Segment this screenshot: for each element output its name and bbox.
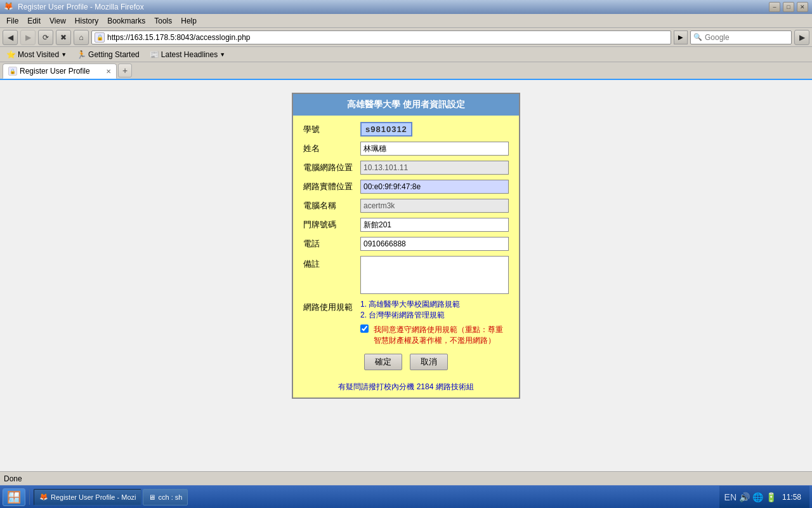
- agree-text: 我同意遵守網路使用規範（重點：尊重智慧財產權及著作權，不濫用網路）: [374, 324, 509, 346]
- home-button[interactable]: ⌂: [74, 30, 89, 45]
- restore-button[interactable]: □: [783, 2, 794, 12]
- taskbar-terminal-btn[interactable]: 🖥 cch : sh: [143, 489, 188, 505]
- name-input[interactable]: [360, 142, 509, 156]
- student-id-value: s9810312: [360, 122, 412, 137]
- page-area: 高雄醫學大學 使用者資訊設定 學號 s9810312 姓名 電腦網路位置: [0, 80, 812, 471]
- taskbar-firefox-label: Register User Profile - Mozi: [51, 493, 136, 501]
- taskbar-firefox-icon: 🦊: [39, 493, 48, 501]
- network-rules-row: 網路使用規範 1. 高雄醫學大學校園網路規範 2. 台灣學術網路管理規範 我同意…: [303, 299, 509, 346]
- star-icon: ⭐: [6, 50, 16, 59]
- phone-label: 電話: [303, 238, 360, 250]
- most-visited-bookmark[interactable]: ⭐ Most Visited ▼: [4, 49, 69, 60]
- menu-file[interactable]: File: [3, 15, 22, 27]
- latest-headlines-chevron: ▼: [219, 51, 225, 58]
- form-buttons: 確定 取消: [303, 354, 509, 370]
- go-button[interactable]: ▶: [674, 30, 688, 44]
- tab-close-button[interactable]: ✕: [106, 68, 111, 75]
- name-label: 姓名: [303, 143, 360, 154]
- form-footer: 有疑問請撥打校內分機 2184 網路技術組: [293, 382, 519, 398]
- tab-register-user-profile[interactable]: 🔒 Register User Profile ✕: [3, 64, 117, 79]
- rss-icon: 📰: [150, 50, 159, 59]
- tab-favicon: 🔒: [8, 67, 17, 76]
- battery-icon[interactable]: 🔋: [766, 492, 776, 502]
- rule2-link[interactable]: 2. 台灣學術網路管理規範: [360, 311, 445, 319]
- search-input[interactable]: [705, 33, 800, 42]
- window-title: Register User Profile - Mozilla Firefox: [18, 3, 144, 11]
- getting-started-label: Getting Started: [88, 50, 140, 59]
- taskbar-firefox-btn[interactable]: 🦊 Register User Profile - Mozi: [34, 489, 141, 505]
- menu-help[interactable]: Help: [177, 15, 200, 27]
- status-text: Done: [4, 474, 808, 483]
- mac-row: 網路實體位置: [303, 180, 509, 194]
- ip-label: 電腦網路位置: [303, 162, 360, 173]
- clock: 11:58: [779, 493, 804, 502]
- minimize-button[interactable]: –: [769, 2, 780, 12]
- firefox-icon: 🦊: [4, 2, 14, 12]
- mac-input[interactable]: [360, 180, 509, 194]
- new-tab-button[interactable]: +: [118, 64, 132, 77]
- nav-bar: ◀ ▶ ⟳ ✖ ⌂ 🔒 https://163.15.178.5:8043/ac…: [0, 28, 812, 47]
- agree-checkbox[interactable]: [360, 324, 369, 333]
- forward-button[interactable]: ▶: [20, 30, 36, 45]
- footer-link[interactable]: 有疑問請撥打校內分機 2184 網路技術組: [338, 382, 473, 391]
- name-row: 姓名: [303, 142, 509, 156]
- network-rules-label: 網路使用規範: [303, 299, 360, 313]
- latest-headlines-bookmark[interactable]: 📰 Latest Headlines ▼: [147, 49, 228, 60]
- stop-button[interactable]: ✖: [56, 30, 71, 45]
- student-id-label: 學號: [303, 124, 360, 135]
- address-bar[interactable]: 🔒 https://163.15.178.5:8043/accesslogin.…: [91, 30, 671, 44]
- language-icon[interactable]: EN: [724, 492, 737, 502]
- rule1-link[interactable]: 1. 高雄醫學大學校園網路規範: [360, 300, 460, 309]
- network-rules-content: 1. 高雄醫學大學校園網路規範 2. 台灣學術網路管理規範 我同意遵守網路使用規…: [360, 299, 509, 346]
- most-visited-label: Most Visited: [18, 50, 59, 59]
- form-header: 高雄醫學大學 使用者資訊設定: [293, 94, 519, 116]
- menu-edit[interactable]: Edit: [23, 15, 44, 27]
- page-favicon: 🔒: [95, 32, 105, 43]
- menu-bar: File Edit View History Bookmarks Tools H…: [0, 14, 812, 28]
- ip-row: 電腦網路位置: [303, 161, 509, 175]
- taskbar-terminal-icon: 🖥: [148, 493, 155, 501]
- start-button[interactable]: 🪟: [3, 488, 25, 506]
- close-button[interactable]: ✕: [797, 2, 808, 12]
- search-bar: 🔍: [690, 30, 792, 44]
- latest-headlines-label: Latest Headlines: [161, 50, 218, 59]
- taskbar-terminal-label: cch : sh: [158, 493, 182, 501]
- confirm-button[interactable]: 確定: [364, 354, 402, 370]
- room-input[interactable]: [360, 218, 509, 232]
- mac-label: 網路實體位置: [303, 181, 360, 192]
- room-row: 門牌號碼: [303, 218, 509, 232]
- getting-started-icon: 🏃: [77, 50, 86, 59]
- status-bar: Done: [0, 471, 812, 485]
- menu-bookmarks[interactable]: Bookmarks: [103, 15, 149, 27]
- computer-name-row: 電腦名稱: [303, 199, 509, 213]
- room-label: 門牌號碼: [303, 219, 360, 231]
- menu-tools[interactable]: Tools: [150, 15, 176, 27]
- agree-section: 我同意遵守網路使用規範（重點：尊重智慧財產權及著作權，不濫用網路）: [360, 324, 509, 346]
- form-body: 學號 s9810312 姓名 電腦網路位置 網路實體位置: [293, 116, 519, 382]
- title-bar: 🦊 Register User Profile - Mozilla Firefo…: [0, 0, 812, 14]
- most-visited-chevron: ▼: [61, 51, 67, 58]
- taskbar-separator: [29, 490, 30, 505]
- notes-row: 備註: [303, 256, 509, 294]
- getting-started-bookmark[interactable]: 🏃 Getting Started: [74, 49, 142, 60]
- computer-name-input: [360, 199, 509, 213]
- notes-textarea[interactable]: [360, 256, 509, 294]
- volume-icon[interactable]: 🔊: [739, 492, 750, 502]
- phone-input[interactable]: [360, 237, 509, 251]
- menu-view[interactable]: View: [46, 15, 70, 27]
- back-button[interactable]: ◀: [3, 30, 18, 45]
- notes-label: 備註: [303, 256, 360, 270]
- reload-button[interactable]: ⟳: [38, 30, 53, 45]
- student-id-row: 學號 s9810312: [303, 122, 509, 137]
- cancel-button[interactable]: 取消: [410, 354, 448, 370]
- phone-row: 電話: [303, 237, 509, 251]
- network-icon[interactable]: 🌐: [752, 492, 763, 502]
- start-icon: 🪟: [7, 490, 21, 504]
- taskbar-right: EN 🔊 🌐 🔋 11:58: [719, 486, 809, 508]
- menu-history[interactable]: History: [71, 15, 102, 27]
- search-button[interactable]: ▶: [794, 30, 809, 45]
- ip-input: [360, 161, 509, 175]
- bookmarks-bar: ⭐ Most Visited ▼ 🏃 Getting Started 📰 Lat…: [0, 47, 812, 62]
- tab-bar: 🔒 Register User Profile ✕ +: [0, 62, 812, 80]
- address-url: https://163.15.178.5:8043/accesslogin.ph…: [107, 33, 668, 42]
